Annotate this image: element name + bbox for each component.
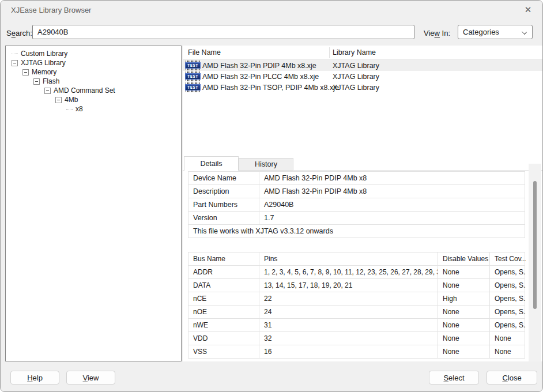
close-button[interactable]: Close	[487, 371, 537, 385]
tree-item-custom-library[interactable]: Custom Library	[6, 49, 181, 58]
tree-item-label: XJTAG Library	[21, 59, 66, 67]
collapse-icon[interactable]	[44, 88, 51, 94]
column-header-bus-name: Bus Name	[188, 252, 259, 265]
bus-pins: 31	[259, 319, 438, 331]
select-button[interactable]: Select	[429, 371, 479, 385]
search-label-post: arch:	[16, 29, 32, 37]
tree-item-label: x8	[76, 105, 83, 113]
bus-disable-value: None	[438, 279, 490, 292]
column-header-library-name[interactable]: Library Name	[333, 48, 376, 56]
view-in-label-post: In:	[440, 29, 450, 37]
select-button-label: elect	[448, 374, 464, 382]
bus-disable-value: None	[438, 306, 490, 318]
tree-item-label: Memory	[32, 68, 56, 76]
tree-item-amd-command-set[interactable]: AMD Command Set	[6, 86, 181, 95]
bus-pins: 22	[259, 292, 438, 305]
view-button[interactable]: View	[66, 371, 115, 385]
chevron-down-icon	[522, 29, 527, 35]
bus-name: ADDR	[188, 266, 259, 278]
view-button-label: iew	[88, 374, 99, 382]
file-name: AMD Flash 32-Pin PDIP 4Mb x8.xje	[202, 62, 316, 70]
detail-value: A29040B	[259, 198, 525, 211]
file-row-plcc[interactable]: TEST AMD Flash 32-Pin PLCC 4Mb x8.xje XJ…	[183, 71, 543, 82]
bus-name: VDD	[188, 332, 259, 345]
tree-item-label: 4Mb	[65, 96, 78, 104]
detail-value: 1.7	[259, 212, 525, 224]
bus-disable-value: None	[438, 319, 490, 331]
bus-pins: 24	[259, 306, 438, 318]
collapse-icon[interactable]	[33, 78, 40, 85]
bus-pins: 13, 14, 15, 17, 18, 19, 20, 21	[259, 279, 438, 292]
table-row: VDD 32 None None	[188, 332, 525, 345]
bus-name: nWE	[188, 319, 259, 331]
bus-test-coverage: None	[490, 332, 526, 345]
table-row: Part Numbers A29040B	[188, 198, 525, 212]
select-button-mnemonic: S	[443, 374, 448, 382]
view-in-label: View In:	[424, 29, 450, 37]
compatibility-note: This file works with XJTAG v3.3.12 onwar…	[188, 225, 525, 238]
search-input[interactable]	[32, 25, 414, 39]
column-header-disable-values: Disable Values	[438, 252, 490, 265]
tree-item-xjtag-library[interactable]: XJTAG Library	[6, 58, 181, 67]
view-in-selected-value: Categories	[463, 28, 499, 36]
file-row-pdip[interactable]: TEST AMD Flash 32-Pin PDIP 4Mb x8.xje XJ…	[183, 60, 543, 71]
close-button-mnemonic: C	[502, 374, 507, 382]
details-tabstrip: Details History	[183, 156, 543, 171]
table-row: VSS 16 None None	[188, 345, 525, 359]
detail-value: AMD Flash 32-Pin PDIP 4Mb x8	[259, 185, 525, 198]
bus-disable-value: High	[438, 292, 490, 305]
bus-test-coverage: Opens, S...	[490, 266, 526, 278]
library-name: XJTAG Library	[333, 84, 379, 92]
collapse-icon[interactable]	[12, 60, 18, 66]
tab-history[interactable]: History	[239, 158, 293, 171]
bus-table: Bus Name Pins Disable Values Test Cov...…	[188, 252, 525, 359]
title-bar: XJEase Library Browser ✕	[1, 1, 542, 19]
collapse-icon[interactable]	[55, 97, 62, 103]
help-button-label: elp	[33, 374, 43, 382]
bus-test-coverage: Opens, S...	[490, 306, 526, 318]
library-name: XJTAG Library	[333, 73, 379, 81]
bus-test-coverage: Opens, S...	[490, 292, 526, 305]
column-header-test-coverage: Test Cov...	[490, 252, 526, 265]
tree-item-flash[interactable]: Flash	[6, 77, 181, 86]
close-button-label: lose	[508, 374, 522, 382]
tree-connector	[12, 54, 18, 54]
bus-test-coverage: None	[490, 345, 526, 358]
close-icon[interactable]: ✕	[519, 3, 537, 16]
table-row: Device Name AMD Flash 32-Pin PDIP 4Mb x8	[188, 172, 525, 185]
collapse-icon[interactable]	[22, 69, 29, 76]
device-details-table: Device Name AMD Flash 32-Pin PDIP 4Mb x8…	[188, 171, 525, 238]
test-chip-icon: TEST	[185, 71, 201, 81]
bus-name: VSS	[188, 345, 259, 358]
bus-name: nOE	[188, 306, 259, 318]
view-in-dropdown[interactable]: Categories	[458, 25, 533, 39]
bus-name: DATA	[188, 279, 259, 292]
test-chip-icon-label: TEST	[185, 84, 201, 91]
table-row: nWE 31 None Opens, S...	[188, 319, 525, 332]
bus-name: nCE	[188, 292, 259, 305]
file-name: AMD Flash 32-Pin PLCC 4Mb x8.xje	[202, 73, 319, 81]
table-row: DATA 13, 14, 15, 17, 18, 19, 20, 21 None…	[188, 279, 525, 292]
table-row: nCE 22 High Opens, S...	[188, 292, 525, 306]
tree-item-label: Flash	[43, 77, 59, 85]
tree-connector	[66, 109, 73, 110]
bus-test-coverage: Opens, S...	[490, 279, 526, 292]
test-chip-icon-label: TEST	[185, 73, 201, 80]
tree-item-4mb[interactable]: 4Mb	[6, 95, 181, 104]
column-divider[interactable]	[329, 47, 330, 58]
detail-label: Part Numbers	[188, 198, 259, 211]
help-button[interactable]: Help	[10, 371, 59, 385]
details-scrollbar-thumb[interactable]	[533, 181, 537, 309]
tree-item-x8[interactable]: x8	[6, 104, 181, 114]
bus-disable-value: None	[438, 332, 490, 345]
library-browser-dialog: XJEase Library Browser ✕ Search: View In…	[0, 0, 543, 392]
details-scrollbar-track[interactable]	[529, 164, 541, 361]
file-row-tsop[interactable]: TEST AMD Flash 32-Pin TSOP, PDIP 4Mb x8.…	[183, 82, 543, 93]
column-header-file-name[interactable]: File Name	[188, 48, 221, 56]
tree-item-memory[interactable]: Memory	[6, 67, 181, 77]
file-list-header: File Name Library Name	[183, 46, 543, 60]
details-pane: Device Name AMD Flash 32-Pin PDIP 4Mb x8…	[183, 171, 543, 361]
detail-label: Version	[188, 212, 259, 224]
tab-details[interactable]: Details	[184, 156, 239, 171]
table-row: nOE 24 None Opens, S...	[188, 306, 525, 319]
